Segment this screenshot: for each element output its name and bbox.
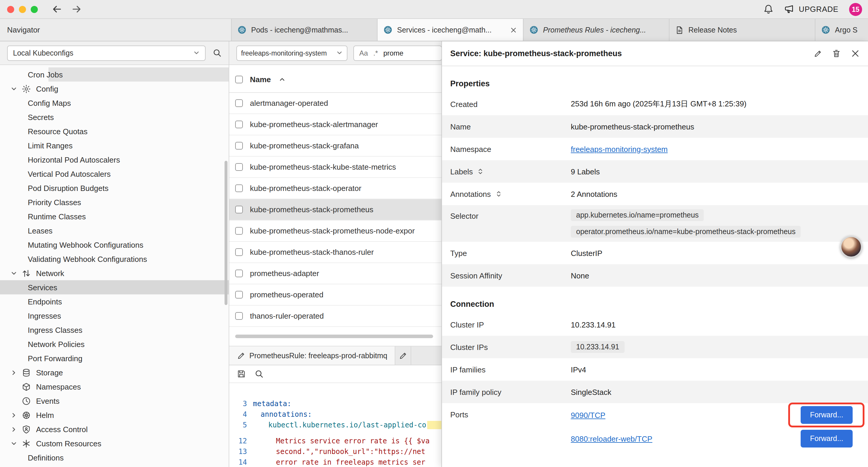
- port-link[interactable]: 8080:reloader-web/TCP: [571, 434, 652, 443]
- row-checkbox[interactable]: [235, 184, 243, 192]
- sidebar-item-port-forwarding[interactable]: Port Forwarding: [0, 351, 229, 365]
- row-checkbox[interactable]: [235, 312, 243, 320]
- notifications-bell-icon[interactable]: [764, 4, 773, 14]
- row-checkbox[interactable]: [235, 121, 243, 128]
- sidebar-item-limit-ranges[interactable]: Limit Ranges: [0, 138, 229, 152]
- row-checkbox[interactable]: [235, 291, 243, 298]
- sidebar-item-resource-quotas[interactable]: Resource Quotas: [0, 124, 229, 138]
- expand-collapse-icon[interactable]: [495, 191, 502, 198]
- sidebar-item-helm[interactable]: Helm: [0, 408, 229, 422]
- sidebar-item-ingress-classes[interactable]: Ingress Classes: [0, 323, 229, 337]
- tab-argo-s[interactable]: Argo S: [815, 19, 868, 41]
- chevron-right-icon[interactable]: [9, 412, 18, 418]
- sidebar-item-runtime-classes[interactable]: Runtime Classes: [0, 209, 229, 224]
- select-all-checkbox[interactable]: [235, 76, 243, 83]
- sidebar-item-secrets[interactable]: Secrets: [0, 110, 229, 124]
- row-checkbox[interactable]: [235, 142, 243, 150]
- tab-services-icecheng-math[interactable]: Services - icecheng@math...: [378, 19, 524, 41]
- tab-prometheus-rules-icecheng[interactable]: Prometheus Rules - icecheng...: [524, 19, 670, 41]
- row-checkbox[interactable]: [235, 206, 243, 213]
- sidebar-item-namespaces[interactable]: Namespaces: [0, 380, 229, 394]
- sidebar-item-vertical-pod-autoscalers[interactable]: Vertical Pod Autoscalers: [0, 167, 229, 181]
- sidebar-scrollbar[interactable]: [224, 161, 227, 305]
- sidebar-item-endpoints[interactable]: Endpoints: [0, 294, 229, 309]
- close-window-button[interactable]: [7, 6, 14, 13]
- chevron-down-icon[interactable]: [9, 270, 18, 276]
- sidebar-item-custom-resources[interactable]: Custom Resources: [0, 436, 229, 450]
- namespaces-icon: [21, 382, 31, 391]
- editor-tab-partial[interactable]: [396, 346, 411, 365]
- sidebar-item-config[interactable]: Config: [0, 82, 229, 96]
- sidebar-item-config-maps[interactable]: Config Maps: [0, 96, 229, 110]
- row-checkbox[interactable]: [235, 248, 243, 256]
- sidebar-item-events[interactable]: Events: [0, 394, 229, 408]
- zoom-window-button[interactable]: [31, 6, 38, 13]
- sidebar-item-label: Secrets: [28, 113, 54, 121]
- port-link[interactable]: 9090/TCP: [571, 411, 606, 419]
- save-icon[interactable]: [237, 370, 246, 378]
- sidebar-item-definitions[interactable]: Definitions: [0, 450, 229, 465]
- sidebar-item-ingresses[interactable]: Ingresses: [0, 309, 229, 323]
- sidebar-item-mutating-webhook-configurations[interactable]: Mutating Webhook Configurations: [0, 238, 229, 252]
- regex-toggle[interactable]: .*: [373, 49, 378, 57]
- namespace-link[interactable]: freeleaps-monitoring-system: [571, 145, 668, 153]
- expand-collapse-icon[interactable]: [477, 168, 484, 175]
- tab-label: Pods - icecheng@mathmas...: [251, 26, 371, 34]
- close-tab-icon[interactable]: [510, 26, 517, 33]
- chevron-right-icon[interactable]: [9, 369, 18, 376]
- notification-count-badge[interactable]: 15: [849, 3, 862, 16]
- name-column-header[interactable]: Name: [250, 75, 271, 84]
- line-number: 13: [229, 447, 253, 456]
- horizontal-scrollbar[interactable]: [235, 334, 433, 338]
- edit-pencil-icon[interactable]: [814, 49, 822, 58]
- chevron-right-icon[interactable]: [9, 426, 18, 432]
- chevron-down-icon[interactable]: [9, 85, 18, 92]
- search-query-text: prome: [383, 49, 403, 57]
- pencil-icon: [399, 351, 407, 360]
- sidebar-item-cron-jobs[interactable]: Cron Jobs: [0, 67, 229, 82]
- editor-tab-prometheusrule[interactable]: PrometheusRule: freeleaps-prod-rabbitmq: [229, 346, 396, 365]
- user-avatar[interactable]: [840, 236, 862, 258]
- forward-button-wrap: Forward...: [801, 430, 852, 447]
- list-search-input[interactable]: Aa .* prome: [353, 45, 442, 61]
- sidebar-item-label: Endpoints: [28, 297, 62, 306]
- namespace-select[interactable]: freeleaps-monitoring-system: [236, 45, 347, 61]
- sidebar-item-services[interactable]: Services: [0, 280, 229, 294]
- row-checkbox[interactable]: [235, 99, 243, 107]
- forward-icon[interactable]: [71, 4, 82, 14]
- sidebar-item-access-control[interactable]: Access Control: [0, 422, 229, 436]
- sidebar-item-label: Limit Ranges: [28, 141, 73, 150]
- sidebar-item-network[interactable]: Network: [0, 266, 229, 280]
- service-detail-panel: Service: kube-prometheus-stack-prometheu…: [441, 41, 868, 467]
- chevron-down-icon[interactable]: [9, 440, 18, 447]
- delete-trash-icon[interactable]: [832, 49, 841, 58]
- sidebar-item-validating-webhook-configurations[interactable]: Validating Webhook Configurations: [0, 252, 229, 266]
- close-panel-icon[interactable]: [851, 49, 860, 58]
- section-title-properties: Properties: [442, 75, 868, 93]
- row-checkbox[interactable]: [235, 163, 243, 171]
- sidebar-item-label: Vertical Pod Autoscalers: [28, 169, 111, 178]
- sidebar-item-label: Resource Quotas: [28, 127, 88, 136]
- sidebar-item-network-policies[interactable]: Network Policies: [0, 337, 229, 351]
- forward-button[interactable]: Forward...: [801, 430, 852, 447]
- editor-search-icon[interactable]: [255, 370, 264, 378]
- back-icon[interactable]: [52, 4, 62, 14]
- sort-ascending-icon[interactable]: [279, 76, 286, 83]
- forward-button[interactable]: Forward...: [801, 406, 852, 424]
- minimize-window-button[interactable]: [19, 6, 26, 13]
- tab-pods-icecheng-mathmas[interactable]: Pods - icecheng@mathmas...: [231, 19, 378, 41]
- sidebar-item-pod-disruption-budgets[interactable]: Pod Disruption Budgets: [0, 181, 229, 195]
- sidebar-item-priority-classes[interactable]: Priority Classes: [0, 195, 229, 209]
- kubeconfig-select[interactable]: Local Kubeconfigs: [7, 45, 206, 61]
- row-checkbox[interactable]: [235, 227, 243, 235]
- sidebar-item-storage[interactable]: Storage: [0, 365, 229, 380]
- row-checkbox[interactable]: [235, 269, 243, 277]
- sidebar-search-icon[interactable]: [213, 49, 222, 57]
- code-text: kubectl.kubernetes.io/last-applied-co: [253, 421, 426, 429]
- match-case-toggle[interactable]: Aa: [359, 49, 368, 57]
- tab-release-notes[interactable]: Release Notes: [670, 19, 815, 41]
- property-row-ports: Ports9090/TCPForward...8080:reloader-web…: [442, 403, 868, 450]
- sidebar-item-horizontal-pod-autoscalers[interactable]: Horizontal Pod Autoscalers: [0, 152, 229, 167]
- upgrade-button[interactable]: UPGRADE: [784, 4, 838, 14]
- sidebar-item-leases[interactable]: Leases: [0, 224, 229, 238]
